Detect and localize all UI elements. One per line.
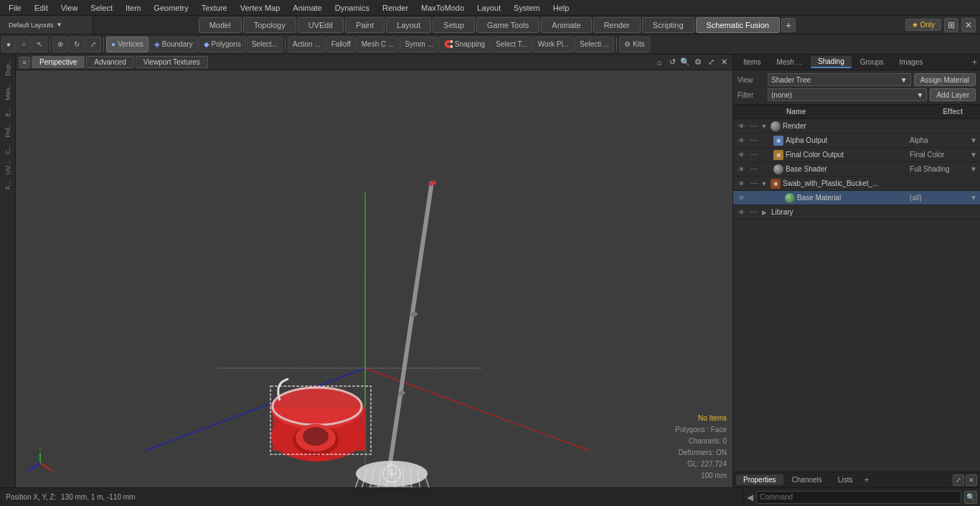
cmd-arrow-left[interactable]: ◀: [747, 492, 753, 502]
expand-render[interactable]: ▼: [760, 122, 768, 131]
menu-view[interactable]: View: [55, 2, 84, 14]
viewport-icon-zoom[interactable]: 🔍: [679, 57, 691, 68]
menu-maxtomodo[interactable]: MaxToModo: [415, 2, 470, 14]
tab-setup[interactable]: Setup: [433, 17, 475, 33]
tool-transform[interactable]: ⊕: [52, 37, 68, 52]
panel-tab-shading[interactable]: Shading: [811, 56, 852, 68]
star-only-button[interactable]: ★ Only: [905, 19, 941, 31]
panel-tab-images[interactable]: Images: [892, 57, 930, 67]
tool-dot1[interactable]: ●: [1, 37, 16, 52]
tool-scale[interactable]: ⤢: [85, 37, 101, 52]
eye-swab[interactable]: 👁: [736, 179, 746, 189]
tree-item-library[interactable]: 👁 ▶ Library: [733, 205, 980, 220]
menu-help[interactable]: Help: [547, 2, 575, 14]
tool-select[interactable]: Select...: [247, 37, 283, 52]
bottom-tab-lists[interactable]: Lists: [831, 474, 860, 485]
viewport-icon-expand[interactable]: ⤢: [705, 57, 717, 68]
sidebar-label-c[interactable]: C...: [4, 141, 12, 157]
sidebar-label-pol[interactable]: Pol...: [4, 120, 12, 141]
menu-file[interactable]: File: [3, 2, 27, 14]
viewport-icon-home[interactable]: ⌂: [654, 57, 665, 68]
tool-kits[interactable]: ⚙ Kits: [619, 37, 650, 52]
panel-tab-add[interactable]: +: [972, 57, 977, 67]
tab-uvedit[interactable]: UVEdit: [298, 17, 344, 33]
tree-item-render[interactable]: 👁 ▼ Render: [733, 119, 980, 133]
tool-action[interactable]: Action ...: [288, 37, 326, 52]
tool-polygons[interactable]: ◆ Polygons: [199, 37, 246, 52]
layouts-icon2[interactable]: ✕: [961, 18, 976, 32]
tree-item-base-material[interactable]: 👁 Base Material (all) ▼: [733, 191, 980, 205]
bottom-tab-add[interactable]: +: [864, 475, 869, 485]
viewport-tab-perspective[interactable]: Perspective: [32, 56, 85, 68]
eye-library[interactable]: 👁: [736, 207, 746, 217]
tool-select-t[interactable]: Select T...: [491, 37, 532, 52]
tool-falloff[interactable]: Falloff: [326, 37, 356, 52]
viewport-icon-settings[interactable]: ⚙: [692, 57, 704, 68]
expand-swab[interactable]: ▼: [760, 179, 768, 188]
arrow-final-color[interactable]: ▼: [970, 151, 977, 159]
viewport-canvas[interactable]: No Items Polygons : Face Channels: 0 Def…: [16, 70, 732, 487]
tool-rotate[interactable]: ↻: [69, 37, 85, 52]
tree-item-base-shader[interactable]: 👁 Base Shader Full Shading ▼: [733, 162, 980, 177]
tool-cursor[interactable]: ↖: [32, 37, 47, 52]
tool-boundary[interactable]: ◈ Boundary: [149, 37, 198, 52]
tool-workpl[interactable]: Work Pl...: [533, 37, 574, 52]
menu-texture[interactable]: Texture: [196, 2, 233, 14]
arrow-base-shader[interactable]: ▼: [970, 165, 977, 173]
sidebar-label-dup[interactable]: Dup...: [4, 56, 12, 79]
expand-library[interactable]: ▶: [760, 208, 768, 217]
tool-circle[interactable]: ○: [17, 37, 31, 52]
menu-system[interactable]: System: [508, 2, 546, 14]
panel-tab-groups[interactable]: Groups: [853, 57, 891, 67]
tool-mesh[interactable]: Mesh C ...: [357, 37, 400, 52]
menu-dynamics[interactable]: Dynamics: [329, 2, 375, 14]
add-tab-button[interactable]: +: [781, 18, 796, 32]
menu-render[interactable]: Render: [377, 2, 414, 14]
menu-edit[interactable]: Edit: [29, 2, 54, 14]
menu-layout[interactable]: Layout: [471, 2, 507, 14]
layouts-dropdown[interactable]: Default Layouts ▼: [0, 16, 93, 34]
tab-schematic-fusion[interactable]: Schematic Fusion: [696, 17, 780, 33]
tab-render[interactable]: Render: [593, 17, 641, 33]
tool-symm[interactable]: Symm ...: [400, 37, 438, 52]
assign-material-button[interactable]: Assign Material: [914, 73, 976, 86]
menu-geometry[interactable]: Geometry: [148, 2, 194, 14]
view-select[interactable]: Shader Tree ▼: [768, 73, 911, 86]
tab-game-tools[interactable]: Game Tools: [476, 17, 540, 33]
arrow-alpha[interactable]: ▼: [970, 136, 977, 144]
sidebar-label-f[interactable]: F...: [4, 178, 12, 192]
viewport-icon-close[interactable]: ✕: [718, 57, 730, 68]
sidebar-label-e[interactable]: E...: [4, 104, 12, 120]
layouts-icon1[interactable]: ⊞: [944, 18, 958, 32]
command-input[interactable]: [756, 491, 961, 504]
tab-model[interactable]: Model: [199, 17, 242, 33]
arrow-base-material[interactable]: ▼: [970, 194, 977, 202]
bottom-panel-expand[interactable]: ⤢: [953, 474, 964, 486]
eye-base-material[interactable]: 👁: [736, 193, 746, 203]
bottom-tab-properties[interactable]: Properties: [736, 474, 783, 485]
menu-item[interactable]: Item: [120, 2, 146, 14]
sidebar-label-mesh[interactable]: Mes...: [4, 80, 12, 103]
bottom-panel-close[interactable]: ✕: [966, 474, 977, 486]
tab-paint[interactable]: Paint: [345, 17, 385, 33]
eye-render[interactable]: 👁: [736, 121, 746, 131]
menu-select[interactable]: Select: [85, 2, 118, 14]
bottom-tab-channels[interactable]: Channels: [785, 474, 829, 485]
panel-tab-mesh[interactable]: Mesh ...: [769, 57, 809, 67]
tab-animate[interactable]: Animate: [541, 17, 591, 33]
tab-layout[interactable]: Layout: [386, 17, 431, 33]
eye-base-shader[interactable]: 👁: [736, 164, 746, 174]
eye-final-color[interactable]: 👁: [736, 150, 746, 160]
viewport-icon-refresh[interactable]: ↺: [666, 57, 678, 68]
tool-vertices[interactable]: ● Vertices: [106, 37, 149, 52]
tree-item-final-color[interactable]: 👁 ▣ Final Color Output Final Color ▼: [733, 148, 980, 162]
panel-tab-items[interactable]: Items: [736, 57, 768, 67]
tree-item-swab[interactable]: 👁 ▼ ▣ Swab_with_Plastic_Bucket_...: [733, 177, 980, 191]
tool-snapping[interactable]: 🧲 Snapping: [439, 37, 490, 52]
menu-animate[interactable]: Animate: [287, 2, 327, 14]
tool-selecti[interactable]: Selecti ...: [575, 37, 614, 52]
menu-vertex-map[interactable]: Vertex Map: [235, 2, 286, 14]
tree-item-alpha[interactable]: 👁 ▣ Alpha Output Alpha ▼: [733, 133, 980, 148]
viewport-menu-btn[interactable]: ≡: [19, 57, 30, 68]
filter-select[interactable]: (none) ▼: [768, 88, 927, 101]
